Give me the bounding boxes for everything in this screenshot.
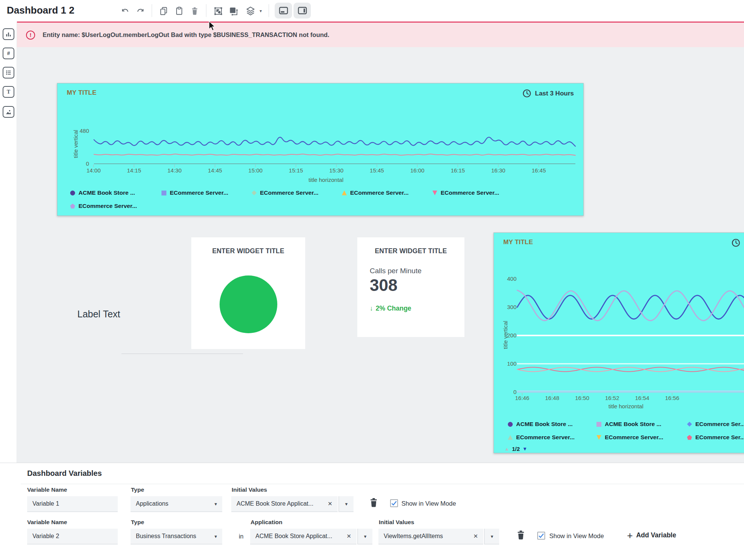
chevron-down-icon: ▾ [260,8,262,14]
legend-item[interactable]: ECommerce Server... [252,189,318,196]
metric-change: ↓ 2% Change [370,305,411,312]
type-value: Applications [136,500,214,507]
show-in-view-mode-checkbox[interactable] [390,499,398,507]
x-tick-label: 14:15 [127,167,141,174]
circle-marker-icon [508,422,513,427]
add-list-widget-button[interactable] [3,67,14,78]
toggle-bottom-panel-button[interactable] [275,3,292,18]
legend-label: ECommerce Ser... [695,421,744,428]
delete-button[interactable] [189,5,201,17]
x-tick-label: 16:50 [575,395,589,401]
type-label: Type [131,486,144,493]
layers-menu-caret[interactable]: ▾ [257,5,264,17]
application-value: ACME Book Store Applicat... [255,533,342,540]
chevron-down-icon: ▾ [364,534,367,539]
y-axis-title: title vertical [72,103,79,186]
layers-button[interactable] [244,5,257,17]
remove-value-icon[interactable]: ✕ [346,533,351,540]
x-tick-label: 16:46 [515,395,529,401]
type-dropdown[interactable]: Applications ▾ [131,496,222,512]
diamond-marker-icon [252,191,257,195]
legend-pagination: ▲ 1/2 ▼ [504,446,527,452]
initial-values-caret[interactable]: ▾ [338,496,354,512]
legend-label: ECommerce Server... [260,189,318,196]
widget-title: ENTER WIDGET TITLE [357,247,464,255]
show-in-view-mode-checkbox[interactable] [537,532,545,540]
group-button[interactable] [212,5,224,17]
page-down-icon[interactable]: ▼ [523,446,527,452]
chevron-down-icon: ▾ [491,534,493,539]
x-tick-label: 16:54 [635,395,649,401]
bottom-panel-icon [278,6,289,15]
legend-item[interactable]: ACME Book Store ... [508,421,573,428]
initial-values-token[interactable]: ACME Book Store Applicat... ✕ [231,496,338,512]
type-dropdown[interactable]: Business Transactions ▾ [131,529,222,545]
toolbar: Dashboard 1 2 ▾ [0,0,744,22]
add-chart-widget-button[interactable] [3,28,14,40]
variable-name-input[interactable]: Variable 1 [27,496,118,512]
add-text-widget-button[interactable]: T [3,86,14,98]
copy-button[interactable] [158,5,170,17]
legend-label: ECommerce Server... [441,189,499,196]
legend-item[interactable]: ECommerce Ser... [687,421,744,428]
paste-button[interactable] [173,5,185,17]
time-range[interactable]: Last 3 Hours [522,89,574,98]
delete-variable-button[interactable] [516,529,526,541]
legend-item[interactable]: ECommerce Server... [70,203,137,209]
add-variable-button[interactable]: + Add Variable [627,531,676,539]
triangle-up-marker-icon [342,191,347,195]
metric-label: Calls per Minute [370,267,421,275]
chevron-down-icon: ▾ [345,501,348,507]
redo-button[interactable] [134,5,146,17]
remove-value-icon[interactable]: ✕ [327,500,332,507]
initial-values-token[interactable]: ViewItems.getAllItems ✕ [378,529,483,545]
add-image-widget-button[interactable] [3,106,14,118]
legend-label: ECommerce Server... [350,189,409,196]
page-up-icon[interactable]: ▲ [504,446,509,452]
application-caret[interactable]: ▾ [357,529,372,545]
legend-item[interactable]: ECommerce Server... [161,189,228,196]
application-token[interactable]: ACME Book Store Applicat... ✕ [250,529,357,545]
timeseries-widget-2[interactable]: MY TITLE title vertical title horizontal… [493,232,744,453]
legend-item[interactable]: ECommerce Server... [508,434,575,441]
initial-values-caret[interactable]: ▾ [484,529,499,545]
legend-item[interactable]: ECommerce Ser... [687,434,744,441]
toggle-right-panel-button[interactable] [294,3,311,18]
delete-variable-button[interactable] [369,497,379,508]
y-tick-label: 100 [495,360,516,367]
toolbar-separator [152,4,152,17]
ungroup-button[interactable] [227,5,239,17]
legend-item[interactable]: ECommerce Server... [432,189,499,196]
timeseries-widget-1[interactable]: MY TITLE Last 3 Hours title vertical tit… [57,83,584,216]
square-marker-icon [596,422,601,427]
initial-values-label: Initial Values [379,519,414,526]
label-widget[interactable]: Label Text [77,309,120,320]
clock-icon [731,238,741,248]
x-tick-label: 16:00 [410,167,424,174]
legend-label: ECommerce Server... [78,203,137,209]
legend-item[interactable]: ACME Book Store ... [596,421,661,428]
pentagon-marker-icon [70,204,75,209]
copy-icon [159,6,169,16]
legend-item[interactable]: ECommerce Server... [596,434,663,441]
add-number-widget-button[interactable]: # [3,48,14,59]
y-tick-label: 0 [495,389,516,395]
x-tick-label: 14:00 [86,167,101,174]
add-variable-label: Add Variable [636,531,676,539]
variable-name-input[interactable]: Variable 2 [27,529,118,545]
legend-item[interactable]: ECommerce Server... [342,189,409,196]
x-tick-label: 16:45 [532,167,546,174]
undo-button[interactable] [119,5,131,17]
time-range[interactable] [731,238,741,248]
y-tick-label: 400 [495,275,516,282]
layers-icon [245,6,256,16]
y-tick-label: 300 [495,304,516,310]
show-in-view-mode-label: Show in View Mode [401,500,456,507]
legend-item[interactable]: ACME Book Store ... [70,189,135,196]
health-widget[interactable]: ENTER WIDGET TITLE [191,237,305,349]
page-title: Dashboard 1 2 [7,5,74,16]
time-range-label: Last 3 Hours [535,90,574,97]
metric-widget[interactable]: ENTER WIDGET TITLE Calls per Minute 308 … [357,237,464,337]
widget-title: MY TITLE [503,238,533,246]
remove-value-icon[interactable]: ✕ [473,533,478,540]
